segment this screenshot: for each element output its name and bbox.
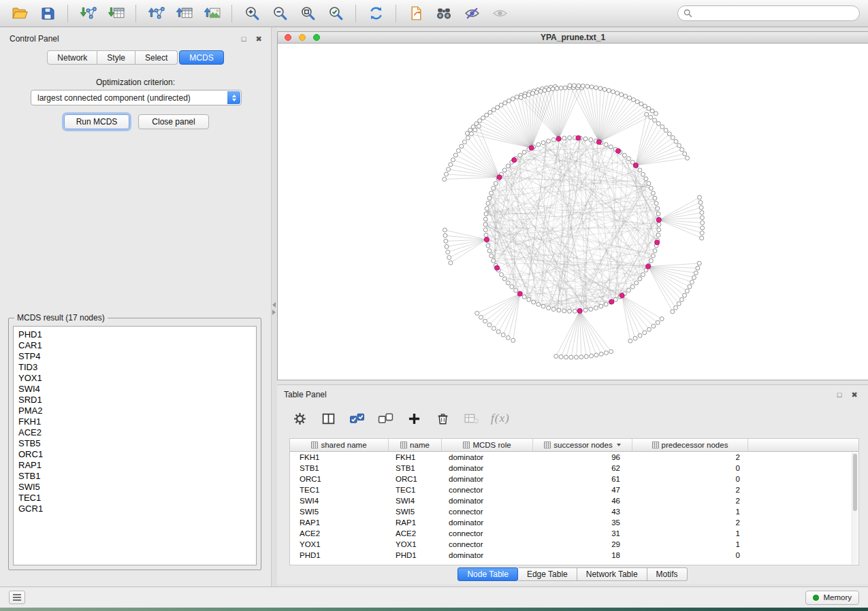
optimization-criterion-select[interactable]: largest connected component (undirected)	[31, 90, 242, 105]
tab-node-table[interactable]: Node Table	[457, 567, 518, 581]
mcds-result-item[interactable]: SRD1	[14, 395, 256, 406]
show-graphics-button[interactable]	[488, 2, 511, 25]
table-cell: ORC1	[389, 474, 442, 484]
table-cell: 2	[632, 452, 748, 463]
table-row[interactable]: PHD1PHD1dominator180	[290, 550, 858, 561]
mcds-result-item[interactable]: STP4	[14, 351, 256, 362]
table-cell: PHD1	[290, 550, 389, 561]
hide-graphics-button[interactable]	[460, 2, 483, 25]
mcds-result-list: PHD1CAR1STP4TID3YOX1SWI4SRD1PMA2FKH1ACE2…	[13, 326, 257, 565]
column-header-successor-nodes[interactable]: successor nodes	[533, 439, 632, 452]
apply-layout-button[interactable]	[364, 2, 387, 25]
table-row[interactable]: STB1STB1dominator620	[290, 463, 858, 474]
table-cell: connector	[442, 539, 533, 550]
export-table-button[interactable]	[172, 2, 195, 25]
table-row[interactable]: FKH1FKH1dominator962	[290, 452, 858, 463]
mcds-result-item[interactable]: CAR1	[14, 340, 256, 351]
select-all-columns-button[interactable]	[348, 410, 366, 427]
mcds-result-item[interactable]: STB5	[14, 438, 256, 449]
network-canvas[interactable]	[278, 44, 868, 380]
mcds-result-item[interactable]: YOX1	[14, 373, 256, 384]
table-row[interactable]: ORC1ORC1dominator610	[290, 474, 858, 484]
zoom-out-button[interactable]	[268, 2, 291, 25]
function-builder-button[interactable]: f(x)	[491, 412, 510, 425]
mcds-result-item[interactable]: SWI4	[14, 384, 256, 395]
table-row[interactable]: TEC1TEC1connector472	[290, 484, 858, 495]
vertical-splitter[interactable]	[272, 27, 277, 587]
delete-column-button[interactable]	[434, 410, 451, 427]
table-cell: 1	[632, 539, 748, 550]
table-scrollbar[interactable]	[852, 452, 858, 564]
mcds-result-item[interactable]: FKH1	[14, 416, 256, 427]
table-row[interactable]: ACE2ACE2connector311	[290, 528, 858, 539]
table-row[interactable]: YOX1YOX1connector291	[290, 539, 858, 550]
close-table-panel-icon[interactable]: ✖	[850, 391, 858, 399]
zoom-in-button[interactable]	[240, 2, 263, 25]
mcds-result-item[interactable]: TID3	[14, 362, 256, 373]
table-grid-icon	[463, 442, 470, 448]
splitter-collapse-icon[interactable]	[272, 302, 276, 315]
control-panel: Control Panel □ ✖ Network Style Select M…	[0, 27, 272, 587]
binoculars-icon	[435, 5, 453, 22]
search-input[interactable]	[696, 9, 854, 18]
show-column-panel-button[interactable]	[319, 410, 337, 427]
table-cell: 2	[632, 484, 748, 495]
table-cell: 62	[533, 463, 632, 474]
tab-motifs[interactable]: Motifs	[647, 567, 688, 581]
window-maximize-icon[interactable]	[313, 34, 320, 41]
close-panel-button[interactable]: Close panel	[138, 114, 209, 129]
zoom-selected-icon	[327, 5, 344, 22]
mcds-result-item[interactable]: STB1	[14, 471, 256, 482]
table-cell: 2	[632, 517, 748, 528]
tab-edge-table[interactable]: Edge Table	[518, 567, 577, 581]
run-mcds-button[interactable]: Run MCDS	[64, 114, 129, 129]
column-header-predecessor-nodes[interactable]: predecessor nodes	[632, 439, 748, 452]
tab-select[interactable]: Select	[135, 50, 178, 65]
mcds-result-item[interactable]: TEC1	[14, 493, 256, 503]
save-session-button[interactable]	[36, 2, 59, 25]
table-cell: STB1	[389, 463, 442, 474]
tab-style[interactable]: Style	[97, 50, 135, 65]
column-header-name[interactable]: name	[389, 439, 442, 452]
open-file-button[interactable]	[8, 2, 31, 25]
create-column-button[interactable]	[405, 410, 423, 427]
zoom-fit-button[interactable]	[296, 2, 319, 25]
float-table-panel-icon[interactable]: □	[835, 391, 843, 399]
search-network-button[interactable]	[432, 2, 455, 25]
column-header-mcds-role[interactable]: MCDS role	[442, 439, 533, 452]
memory-button[interactable]: Memory	[805, 591, 859, 605]
mcds-result-item[interactable]: SWI5	[14, 482, 256, 493]
export-to-web-button[interactable]	[404, 2, 428, 25]
search-icon	[684, 9, 692, 18]
tab-network-table[interactable]: Network Table	[577, 567, 647, 581]
close-panel-icon[interactable]: ✖	[255, 35, 263, 43]
float-panel-icon[interactable]: □	[240, 35, 248, 43]
table-row[interactable]: SWI4SWI4dominator462	[290, 495, 858, 506]
mcds-result-item[interactable]: RAP1	[14, 460, 256, 471]
mcds-result-item[interactable]: GCR1	[14, 503, 256, 514]
table-cell: dominator	[442, 495, 533, 506]
zoom-selected-button[interactable]	[324, 2, 347, 25]
table-row[interactable]: SWI5SWI5connector431	[290, 506, 858, 517]
mcds-result-item[interactable]: ORC1	[14, 449, 256, 460]
export-network-button[interactable]	[144, 2, 167, 25]
mcds-result-item[interactable]: PHD1	[14, 329, 256, 340]
network-window-titlebar[interactable]: YPA_prune.txt_1	[278, 32, 868, 44]
export-image-button[interactable]	[200, 2, 223, 25]
hide-columns-button[interactable]	[462, 410, 480, 427]
table-row[interactable]: RAP1RAP1dominator352	[290, 517, 858, 528]
task-history-button[interactable]	[9, 591, 25, 604]
window-minimize-icon[interactable]	[299, 34, 306, 41]
tab-mcds[interactable]: MCDS	[179, 50, 223, 65]
tab-network[interactable]: Network	[47, 50, 97, 65]
scrollbar-thumb[interactable]	[853, 454, 857, 511]
table-settings-button[interactable]	[291, 410, 308, 427]
mcds-result-item[interactable]: PMA2	[14, 406, 256, 416]
zoom-in-icon	[244, 5, 261, 22]
column-header-shared-name[interactable]: shared name	[290, 439, 389, 452]
deselect-all-columns-button[interactable]	[376, 410, 394, 427]
mcds-result-item[interactable]: ACE2	[14, 427, 256, 438]
import-table-button[interactable]	[104, 2, 127, 25]
import-network-button[interactable]	[76, 2, 99, 25]
window-close-icon[interactable]	[285, 34, 291, 41]
